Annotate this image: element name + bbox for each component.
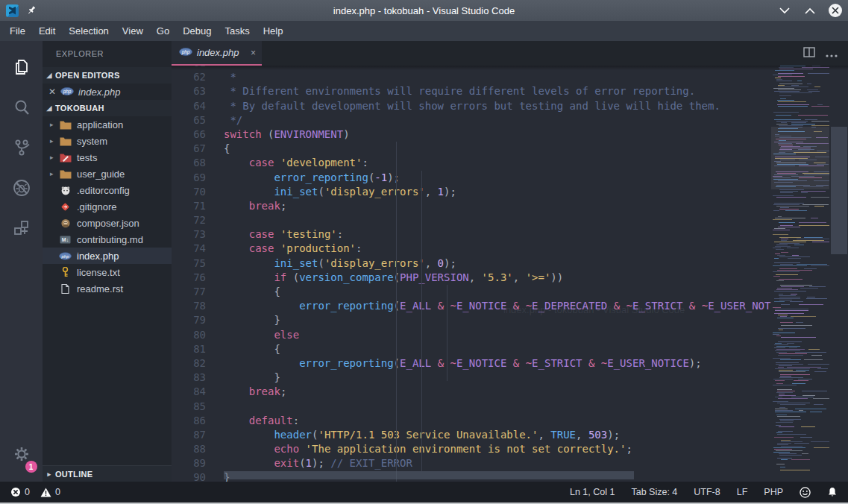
code-line-87[interactable]: 87 header('HTTP/1.1 503 Service Unavaila… <box>172 428 771 442</box>
code-line-67[interactable]: 67{ <box>172 142 771 156</box>
tree-item-application[interactable]: ▸application <box>43 116 172 133</box>
open-editors-header[interactable]: ◢ OPEN EDITORS <box>43 67 172 84</box>
menubar: FileEditSelectionViewGoDebugTasksHelp <box>0 21 848 41</box>
tree-item-editorconfig[interactable]: .editorconfig <box>43 182 172 198</box>
menu-go[interactable]: Go <box>150 22 176 40</box>
minimize-button[interactable] <box>778 4 791 17</box>
code-line-70[interactable]: 70 ini_set('display_errors', 1); <box>172 185 771 199</box>
line-number: 79 <box>172 313 224 327</box>
tree-item-license.txt[interactable]: license.txt <box>43 264 172 280</box>
vertical-scrollbar[interactable] <box>829 66 848 482</box>
line-number: 90 <box>172 470 224 482</box>
activity-bar: 1 <box>0 41 43 482</box>
status-php[interactable]: PHP <box>764 487 783 497</box>
vscode-logo-icon <box>6 4 19 17</box>
chevron-down-icon: ◢ <box>45 72 53 79</box>
problems-errors[interactable]: 0 <box>10 487 30 497</box>
chevron-right-icon: ▸ <box>45 470 53 478</box>
code-line-85[interactable]: 85 <box>172 400 771 414</box>
code-line-72[interactable]: 72 <box>172 213 771 227</box>
settings-gear-button[interactable]: 1 <box>4 437 39 471</box>
outline-header[interactable]: ▸ OUTLINE <box>43 465 172 482</box>
menu-tasks[interactable]: Tasks <box>218 22 256 40</box>
code-line-66[interactable]: 66switch (ENVIRONMENT) <box>172 127 771 142</box>
tree-item-readme.rst[interactable]: readme.rst <box>43 280 172 297</box>
menu-selection[interactable]: Selection <box>62 22 115 40</box>
status-tab-size-4[interactable]: Tab Size: 4 <box>631 487 677 497</box>
activitybar-search[interactable] <box>4 90 39 125</box>
code-line-86[interactable]: 86 default: <box>172 414 771 428</box>
line-number: 78 <box>172 299 224 313</box>
activitybar-source-control[interactable] <box>4 130 39 165</box>
tree-item-tests[interactable]: ▸tests <box>43 149 172 166</box>
tab-bar: php index.php × <box>172 41 848 66</box>
tree-item-user_guide[interactable]: ▸user_guide <box>43 166 172 182</box>
status-utf-8[interactable]: UTF-8 <box>694 487 720 497</box>
feedback-smiley-icon[interactable] <box>800 487 811 498</box>
code-line-83[interactable]: 83 } <box>172 371 771 385</box>
activitybar-extensions[interactable] <box>4 211 39 245</box>
split-editor-icon[interactable] <box>803 46 815 61</box>
code-line-84[interactable]: 84 break; <box>172 385 771 399</box>
activitybar-explorer[interactable] <box>4 50 39 84</box>
more-actions-icon[interactable] <box>826 47 838 60</box>
error-count: 0 <box>25 487 30 497</box>
pin-icon <box>26 5 37 16</box>
code-line-89[interactable]: 89 exit(1); // EXIT_ERROR <box>172 456 771 470</box>
tab-label: index.php <box>197 47 239 58</box>
close-icon[interactable]: ✕ <box>48 86 56 97</box>
menu-debug[interactable]: Debug <box>176 22 218 40</box>
tree-item-composer.json[interactable]: composer.json <box>43 215 172 231</box>
status-ln-1-col-1[interactable]: Ln 1, Col 1 <box>570 487 615 497</box>
menu-help[interactable]: Help <box>257 22 290 40</box>
code-line-88[interactable]: 88 echo 'The application environment is … <box>172 442 771 456</box>
tab-index-php[interactable]: php index.php × <box>172 41 262 66</box>
code-line-75[interactable]: 75 ini_set('display_errors', 0); <box>172 256 771 271</box>
line-number: 70 <box>172 185 224 199</box>
code-line-63[interactable]: 63 * Different environments will require… <box>172 84 771 98</box>
line-number: 88 <box>172 442 224 456</box>
code-line-74[interactable]: 74 case 'production': <box>172 242 771 256</box>
status-lf[interactable]: LF <box>737 487 748 497</box>
menu-edit[interactable]: Edit <box>32 22 62 40</box>
vertical-scrollbar-slider[interactable] <box>831 127 847 254</box>
problems-warnings[interactable]: 0 <box>40 487 60 497</box>
activitybar-debug[interactable] <box>4 171 39 205</box>
code-line-64[interactable]: 64 * By default development will show er… <box>172 99 771 113</box>
notifications-bell-icon[interactable] <box>827 487 838 498</box>
project-header[interactable]: ◢ TOKOBUAH <box>43 100 172 116</box>
code-line-81[interactable]: 81 { <box>172 342 771 356</box>
code-line-77[interactable]: 77 { <box>172 285 771 299</box>
tree-item-contributing.md[interactable]: M↓contributing.md <box>43 231 172 248</box>
horizontal-scrollbar-slider[interactable] <box>224 471 634 479</box>
line-number: 71 <box>172 199 224 213</box>
tree-item-system[interactable]: ▸system <box>43 133 172 149</box>
code-line-69[interactable]: 69 error_reporting(-1); <box>172 171 771 185</box>
code-editor[interactable]: 61 *62 *63 * Different environments will… <box>172 66 848 482</box>
open-editor-index.php[interactable]: ✕phpindex.php <box>43 84 172 100</box>
code-line-65[interactable]: 65 */ <box>172 113 771 127</box>
code-line-73[interactable]: 73 case 'testing': <box>172 227 771 242</box>
tree-item-gitignore[interactable]: .gitignore <box>43 198 172 215</box>
code-line-80[interactable]: 80 else <box>172 328 771 342</box>
code-line-68[interactable]: 68 case 'development': <box>172 156 771 170</box>
close-button[interactable] <box>829 4 842 17</box>
line-number: 64 <box>172 99 224 113</box>
code-line-82[interactable]: 82 error_reporting(E_ALL & ~E_NOTICE & ~… <box>172 356 771 371</box>
horizontal-scrollbar[interactable] <box>224 471 766 479</box>
code-line-76[interactable]: 76 if (version_compare(PHP_VERSION, '5.3… <box>172 271 771 285</box>
minimap-slider[interactable] <box>771 127 829 189</box>
chevron-right-icon: ▸ <box>50 137 57 145</box>
code-line-78[interactable]: 78 error_reporting(E_ALL & ~E_NOTICE & ~… <box>172 299 771 313</box>
code-line-79[interactable]: 79 } <box>172 313 771 327</box>
line-number: 72 <box>172 213 224 227</box>
tab-close-icon[interactable]: × <box>251 48 256 58</box>
menu-file[interactable]: File <box>3 22 32 40</box>
tree-item-index.php[interactable]: phpindex.php <box>43 248 172 264</box>
code-text[interactable]: 61 *62 *63 * Different environments will… <box>172 66 771 482</box>
minimap[interactable] <box>771 66 829 482</box>
menu-view[interactable]: View <box>116 22 150 40</box>
code-line-71[interactable]: 71 break; <box>172 199 771 213</box>
maximize-button[interactable] <box>803 4 817 17</box>
code-line-62[interactable]: 62 * <box>172 70 771 84</box>
